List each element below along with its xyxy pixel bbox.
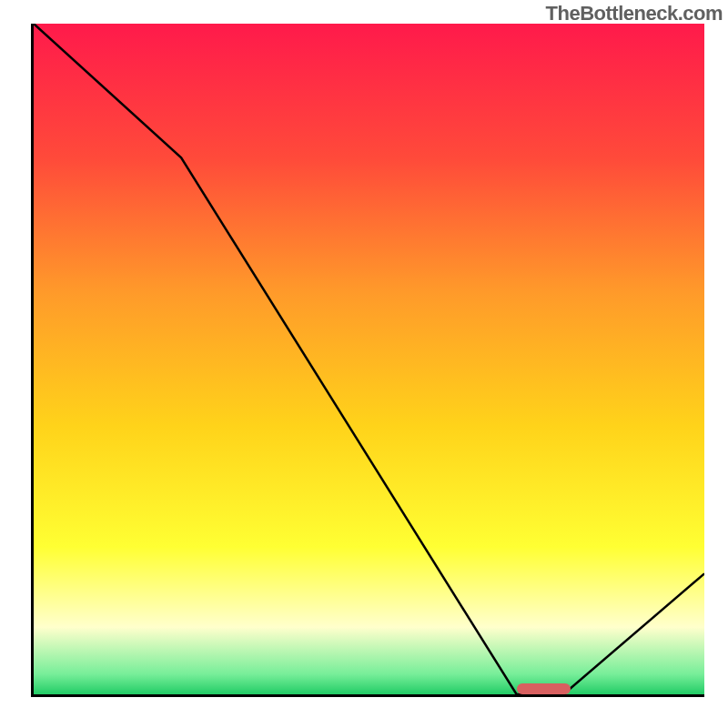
plot-area: [34, 24, 704, 694]
optimal-range-marker: [517, 683, 571, 694]
watermark-text: TheBottleneck.com: [546, 2, 723, 25]
bottleneck-curve: [34, 24, 704, 694]
